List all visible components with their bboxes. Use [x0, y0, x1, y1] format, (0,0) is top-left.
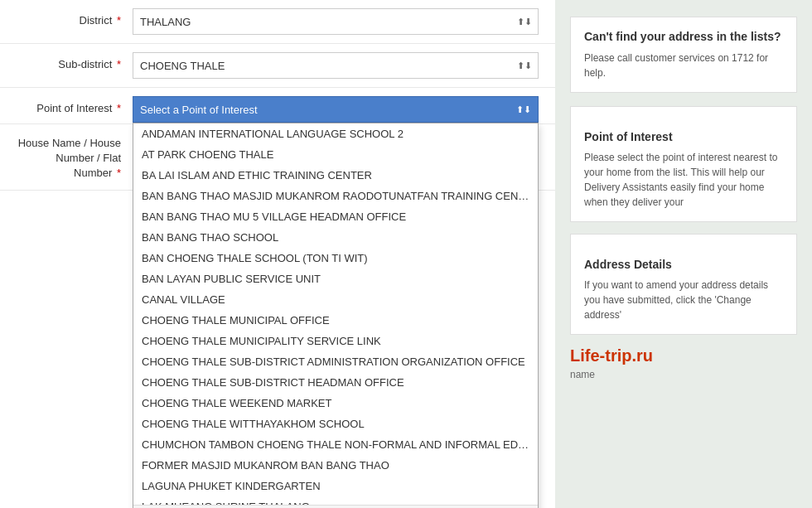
dropdown-item[interactable]: CHOENG THALE SUB-DISTRICT ADMINISTRATION… [133, 351, 538, 372]
dropdown-item[interactable]: CHUMCHON TAMBON CHOENG THALE NON-FORMAL … [133, 434, 538, 455]
left-form-panel: District * THALANG ⬆⬇ Sub-district * CHO… [0, 0, 555, 508]
dropdown-item[interactable]: BAN CHOENG THALE SCHOOL (TON TI WIT) [133, 248, 538, 269]
poi-row: Point of Interest * Select a Point of In… [0, 88, 555, 124]
poi-info-box: Point of Interest Please select the poin… [570, 106, 797, 222]
scroll-indicator: ▼ [133, 505, 538, 508]
poi-dropdown-scroll[interactable]: ANDAMAN INTERNATIONAL LANGUAGE SCHOOL 2A… [133, 123, 538, 505]
cant-find-box: Can't find your address in the lists? Pl… [570, 17, 797, 93]
poi-required: * [117, 102, 121, 114]
subdistrict-required: * [117, 58, 121, 70]
address-info-box: Address Details If you want to amend you… [570, 234, 797, 335]
dropdown-item[interactable]: CHOENG THALE SUB-DISTRICT HEADMAN OFFICE [133, 372, 538, 393]
subdistrict-field: CHOENG THALE ⬆⬇ [133, 52, 539, 79]
poi-dropdown-arrow: ⬆⬇ [516, 104, 531, 115]
dropdown-item[interactable]: CHOENG THALE WITTHAYAKHOM SCHOOL [133, 414, 538, 434]
dropdown-item[interactable]: BAN BANG THAO SCHOOL [133, 227, 538, 248]
dropdown-item[interactable]: AT PARK CHOENG THALE [133, 144, 538, 165]
subdistrict-label: Sub-district * [17, 52, 133, 70]
subdistrict-select[interactable]: CHOENG THALE [133, 52, 539, 79]
district-row: District * THALANG ⬆⬇ [0, 0, 555, 44]
address-description: If you want to amend your address detail… [584, 278, 783, 322]
district-required: * [117, 14, 121, 27]
poi-field: Select a Point of Interest ⬆⬇ ANDAMAN IN… [133, 96, 539, 123]
poi-label: Point of Interest * [17, 96, 133, 114]
address-section-title: Address Details [584, 258, 783, 271]
district-label: District * [17, 8, 133, 27]
subdistrict-row: Sub-district * CHOENG THALE ⬆⬇ [0, 44, 555, 88]
cant-find-text: Please call customer services on 1712 fo… [584, 51, 783, 80]
poi-dropdown: ANDAMAN INTERNATIONAL LANGUAGE SCHOOL 2A… [133, 123, 539, 508]
dropdown-item[interactable]: CHOENG THALE MUNICIPALITY SERVICE LINK [133, 331, 538, 351]
dropdown-item[interactable]: CANAL VILLAGE [133, 289, 538, 310]
dropdown-item[interactable]: BA LAI ISLAM AND ETHIC TRAINING CENTER [133, 165, 538, 186]
poi-select[interactable]: Select a Point of Interest ⬆⬇ [133, 96, 539, 123]
district-field: THALANG ⬆⬇ [133, 8, 539, 35]
subdistrict-select-wrapper: CHOENG THALE ⬆⬇ [133, 52, 539, 79]
house-label: House Name / House Number / Flat Number … [17, 133, 133, 181]
cant-find-title: Can't find your address in the lists? [584, 29, 783, 46]
dropdown-item[interactable]: CHOENG THALE WEEKEND MARKET [133, 393, 538, 414]
poi-section-title: Point of Interest [584, 130, 783, 143]
dropdown-item[interactable]: LAK MUEANG SHRINE THALANG [133, 496, 538, 505]
district-select[interactable]: THALANG [133, 8, 539, 35]
dropdown-item[interactable]: LAGUNA PHUKET KINDERGARTEN [133, 476, 538, 496]
district-select-wrapper: THALANG ⬆⬇ [133, 8, 539, 35]
dropdown-item[interactable]: BAN BANG THAO MASJID MUKANROM RAODOTUNAT… [133, 186, 538, 206]
dropdown-item[interactable]: BAN BANG THAO MU 5 VILLAGE HEADMAN OFFIC… [133, 206, 538, 227]
brand-name: Life-trip.ru [570, 346, 797, 365]
dropdown-item[interactable]: ANDAMAN INTERNATIONAL LANGUAGE SCHOOL 2 [133, 123, 538, 144]
poi-description: Please select the point of interest near… [584, 150, 783, 210]
dropdown-item[interactable]: BAN LAYAN PUBLIC SERVICE UNIT [133, 269, 538, 289]
dropdown-item[interactable]: FORMER MASJID MUKANROM BAN BANG THAO [133, 455, 538, 476]
right-panel: Can't find your address in the lists? Pl… [555, 0, 812, 508]
dropdown-item[interactable]: CHOENG THALE MUNICIPAL OFFICE [133, 310, 538, 331]
sub-label: name [570, 369, 797, 380]
house-required: * [117, 167, 121, 179]
